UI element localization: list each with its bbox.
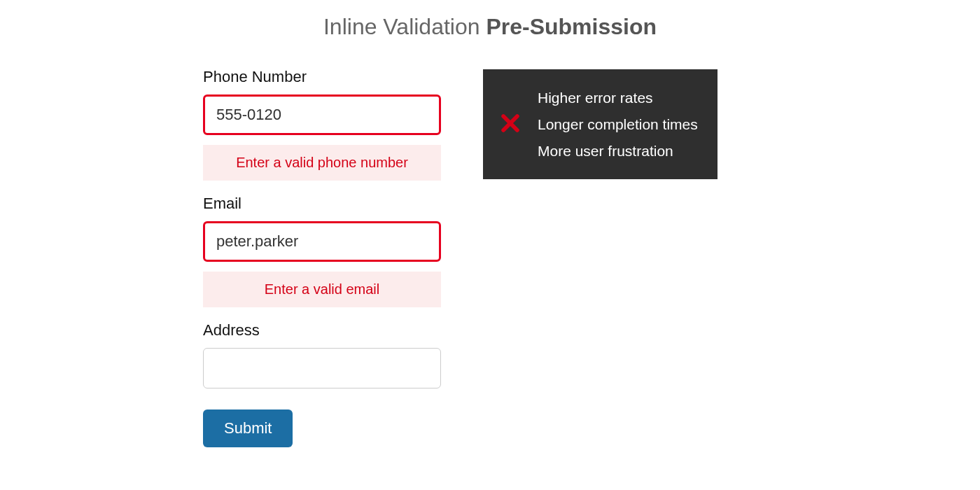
phone-input[interactable] xyxy=(203,94,441,135)
email-label: Email xyxy=(203,195,441,213)
title-bold: Pre-Submission xyxy=(486,14,657,39)
page-title: Inline Validation Pre-Submission xyxy=(189,14,791,40)
list-item: More user frustration xyxy=(538,138,698,164)
address-field-group: Address xyxy=(203,321,441,388)
list-item: Higher error rates xyxy=(538,85,698,111)
title-light: Inline Validation xyxy=(323,14,486,39)
phone-field-group: Phone Number Enter a valid phone number xyxy=(203,68,441,181)
email-input[interactable] xyxy=(203,221,441,262)
address-label: Address xyxy=(203,321,441,340)
phone-label: Phone Number xyxy=(203,68,441,86)
drawback-callout: Higher error rates Longer completion tim… xyxy=(483,69,718,179)
form: Phone Number Enter a valid phone number … xyxy=(203,68,441,447)
email-field-group: Email Enter a valid email xyxy=(203,195,441,307)
drawback-list: Higher error rates Longer completion tim… xyxy=(538,85,698,164)
x-icon xyxy=(498,111,522,138)
email-error-message: Enter a valid email xyxy=(203,272,441,307)
phone-error-message: Enter a valid phone number xyxy=(203,145,441,181)
list-item: Longer completion times xyxy=(538,111,698,138)
submit-button[interactable]: Submit xyxy=(203,410,293,447)
address-input[interactable] xyxy=(203,348,441,388)
